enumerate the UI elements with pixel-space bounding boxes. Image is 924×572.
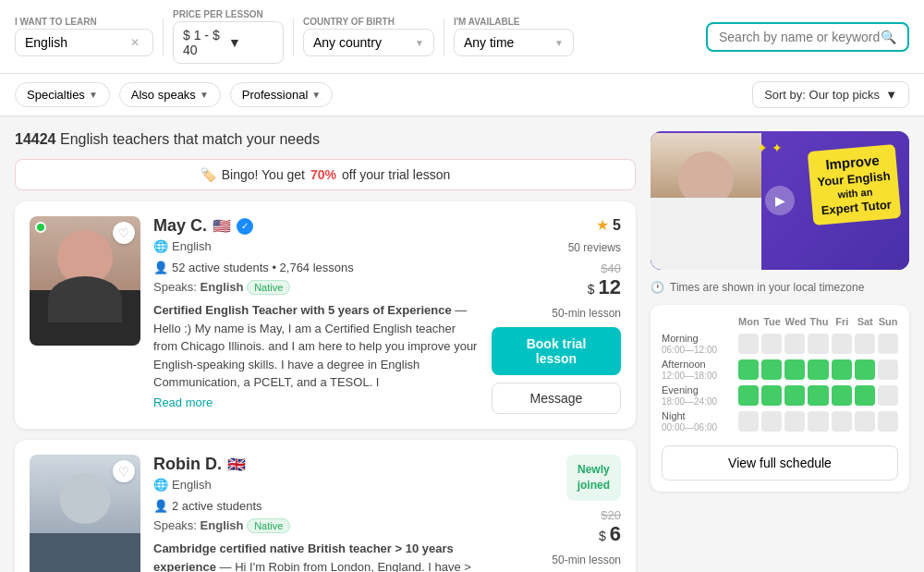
schedule-morning: Morning06:00—12:00 — [662, 333, 898, 355]
result-description: that match your needs — [174, 131, 320, 147]
price-dropdown-icon[interactable]: ▼ — [228, 35, 274, 50]
cell-wed-night — [784, 411, 805, 432]
price-row-2: $20 $ 6 — [599, 508, 621, 546]
teacher-bio-2: Cambridge certified native British teach… — [153, 540, 479, 572]
country-dropdown-icon[interactable]: ▼ — [415, 38, 424, 48]
student-lessons-2: 👤 2 active students — [153, 499, 479, 513]
cell-fri-morning — [832, 334, 852, 354]
day-sat: Sat — [855, 316, 875, 327]
promo-text-after: off your trial lesson — [342, 167, 450, 182]
teacher-card: ♡ May C. 🇺🇸 ✓ 🌐 English 👤 52 active stud… — [15, 201, 636, 429]
view-schedule-button[interactable]: View full schedule — [662, 445, 898, 481]
result-header: 14424 English teachers that match your n… — [15, 131, 636, 148]
teacher-name: May C. — [153, 216, 207, 236]
teacher-info-2: Robin D. 🇬🇧 🌐 English 👤 2 active student… — [153, 455, 479, 572]
schedule-days-header: Mon Tue Wed Thu Fri Sat Sun — [662, 316, 898, 327]
day-mon: Mon — [738, 316, 760, 327]
reviews-count: 50 reviews — [568, 241, 621, 254]
promo-video[interactable]: ✦ ✦ Improve Your English with an Expert … — [650, 131, 909, 270]
day-thu: Thu — [809, 316, 830, 327]
country-label: COUNTRY OF BIRTH — [303, 17, 434, 27]
cell-sat-evening — [855, 385, 875, 406]
lesson-duration-2: 50-min lesson — [552, 554, 621, 566]
active-students: 52 active students • 2,764 lessons — [172, 261, 354, 274]
top-bar: I WANT TO LEARN ✕ PRICE PER LESSON $ 1 -… — [0, 0, 924, 74]
favorite-button[interactable]: ♡ — [113, 222, 135, 244]
specialties-label: Specialties — [27, 88, 85, 102]
afternoon-label: Afternoon12:00—18:00 — [662, 359, 736, 381]
specialties-filter[interactable]: Specialties ▼ — [15, 82, 110, 107]
promo-percent: 70% — [310, 167, 336, 182]
price-current-2: $ 6 — [599, 522, 621, 546]
cell-tue-evening — [761, 385, 782, 406]
main-content: 14424 English teachers that match your n… — [0, 116, 924, 572]
newly-joined-badge: Newlyjoined — [566, 455, 621, 501]
subject-label-2: English — [172, 478, 212, 492]
cell-sat-afternoon — [855, 359, 875, 380]
evening-label: Evening18:00—24:00 — [662, 384, 736, 407]
timezone-text: Times are shown in your local timezone — [670, 281, 864, 294]
professional-filter[interactable]: Professional ▼ — [230, 82, 333, 107]
cell-wed-evening — [784, 385, 805, 406]
read-more-button[interactable]: Read more — [153, 396, 213, 409]
day-tue: Tue — [762, 316, 783, 327]
cell-fri-night — [832, 411, 852, 432]
available-input[interactable] — [464, 35, 554, 50]
subject-label: English — [172, 239, 212, 253]
divider3 — [444, 18, 444, 55]
rating-num: 5 — [613, 217, 621, 234]
stars-decoration: ✦ ✦ — [757, 140, 783, 155]
cell-thu-afternoon — [808, 359, 828, 380]
day-sun: Sun — [878, 316, 898, 327]
day-fri: Fri — [832, 316, 852, 327]
result-count: 14424 — [15, 131, 56, 147]
search-box: 🔍 — [706, 22, 909, 52]
price-original: $40 — [588, 262, 621, 275]
cell-fri-afternoon — [832, 359, 852, 380]
result-subject: English teachers — [60, 131, 169, 147]
country-field: COUNTRY OF BIRTH ▼ — [303, 17, 434, 56]
available-dropdown-icon[interactable]: ▼ — [554, 38, 564, 48]
play-button[interactable]: ▶ — [765, 186, 795, 215]
speaks-2: Speaks: English Native — [153, 518, 479, 532]
schedule-afternoon: Afternoon12:00—18:00 — [662, 359, 898, 381]
cell-wed-afternoon — [784, 359, 805, 380]
also-speaks-filter[interactable]: Also speaks ▼ — [119, 82, 221, 107]
learn-field: I WANT TO LEARN ✕ — [15, 17, 153, 56]
favorite-button-2[interactable]: ♡ — [113, 460, 135, 482]
teacher-avatar: ♡ — [30, 216, 140, 346]
day-wed: Wed — [784, 316, 806, 327]
cell-thu-evening — [808, 385, 828, 406]
learn-input[interactable] — [25, 35, 130, 50]
left-panel: 14424 English teachers that match your n… — [15, 131, 636, 572]
professional-label: Professional — [242, 88, 309, 102]
cell-mon-evening — [738, 385, 759, 406]
teacher-actions: ★ 5 50 reviews $40 $ 12 50-min lesson Bo… — [492, 216, 621, 414]
book-trial-button[interactable]: Book trial lesson — [492, 327, 621, 375]
also-speaks-label: Also speaks — [131, 88, 196, 102]
clock-icon: 🕐 — [650, 281, 664, 294]
cell-mon-morning — [738, 334, 759, 354]
professional-chevron: ▼ — [311, 90, 321, 100]
divider — [163, 18, 164, 55]
sort-select[interactable]: Sort by: Our top picks ▼ — [752, 81, 909, 108]
clear-icon[interactable]: ✕ — [130, 36, 140, 49]
search-input[interactable] — [719, 30, 881, 44]
cell-sat-morning — [855, 334, 875, 354]
lesson-duration: 50-min lesson — [552, 307, 621, 320]
message-button[interactable]: Message — [492, 383, 621, 414]
country-input[interactable] — [313, 35, 415, 50]
rating-row: ★ 5 — [596, 216, 621, 234]
sort-chevron: ▼ — [885, 88, 897, 102]
teacher-info: May C. 🇺🇸 ✓ 🌐 English 👤 52 active studen… — [153, 216, 479, 414]
cell-tue-night — [761, 411, 782, 432]
cell-sun-afternoon — [878, 359, 898, 380]
specialties-chevron: ▼ — [89, 90, 98, 100]
divider2 — [293, 18, 294, 55]
student-lessons: 👤 52 active students • 2,764 lessons — [153, 261, 479, 274]
teacher-name-row: May C. 🇺🇸 ✓ — [153, 216, 479, 236]
teacher-name-row-2: Robin D. 🇬🇧 — [153, 455, 479, 474]
speaks: Speaks: English Native — [153, 280, 479, 294]
night-label: Night00:00—06:00 — [662, 410, 736, 432]
promo-icon: 🏷️ — [201, 167, 216, 182]
